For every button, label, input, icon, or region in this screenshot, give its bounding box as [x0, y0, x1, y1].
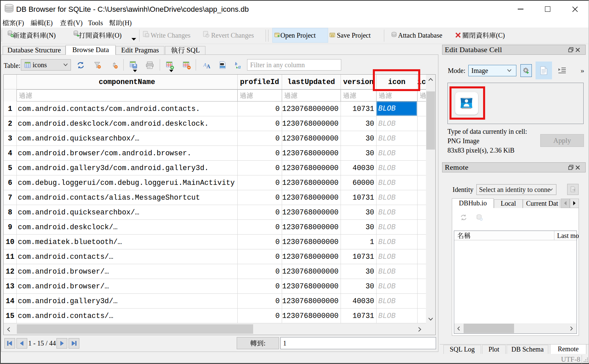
svg-text:a: a — [238, 64, 241, 70]
svg-text:A: A — [206, 64, 210, 69]
svg-text:b: b — [235, 61, 237, 66]
